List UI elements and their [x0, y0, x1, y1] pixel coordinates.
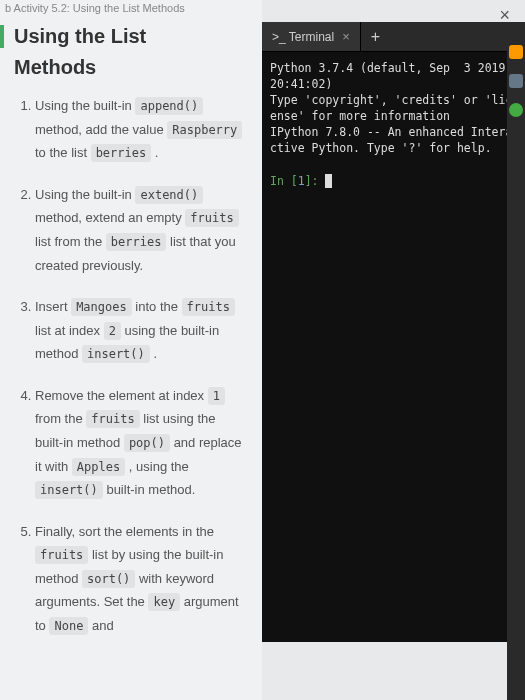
instruction-text: method, extend an empty — [35, 210, 185, 225]
instruction-step: Remove the element at index 1 from the f… — [35, 384, 247, 502]
instruction-text: , using the — [125, 459, 189, 474]
code-token: extend() — [135, 186, 203, 204]
tab-label: >_ Terminal — [272, 30, 334, 44]
instruction-text: Remove the element at index — [35, 388, 208, 403]
instruction-step: Finally, sort the elements in the fruits… — [35, 520, 247, 638]
instruction-text: Finally, sort the elements in the — [35, 524, 214, 539]
terminal-line — [270, 157, 517, 173]
instruction-text: . — [151, 145, 158, 160]
prompt-number: 1 — [298, 174, 305, 188]
code-token: None — [49, 617, 88, 635]
page-title-line1: Using the List — [0, 25, 247, 48]
tab-add-button[interactable]: + — [361, 28, 390, 46]
code-token: fruits — [86, 410, 139, 428]
instruction-text: method, add the value — [35, 122, 167, 137]
instructions-list: Using the built-in append() method, add … — [15, 94, 247, 637]
tab-bar: >_ Terminal × + — [262, 22, 525, 52]
code-token: fruits — [35, 546, 88, 564]
instruction-step: Using the built-in append() method, add … — [35, 94, 247, 165]
code-token: Raspberry — [167, 121, 242, 139]
instruction-text: Using the built-in — [35, 98, 135, 113]
code-token: 2 — [104, 322, 121, 340]
instruction-text: . — [150, 346, 157, 361]
instruction-text: into the — [132, 299, 182, 314]
code-token: fruits — [182, 298, 235, 316]
code-token: fruits — [185, 209, 238, 227]
instruction-step: Using the built-in extend() method, exte… — [35, 183, 247, 277]
code-token: append() — [135, 97, 203, 115]
code-token: insert() — [82, 345, 150, 363]
terminal-body[interactable]: Python 3.7.4 (default, Sep 3 2019, 20:41… — [262, 52, 525, 642]
instruction-text: from the — [35, 411, 86, 426]
terminal-line: Type 'copyright', 'credits' or 'license'… — [270, 92, 517, 124]
instruction-text: Using the built-in — [35, 187, 135, 202]
instruction-text: built-in method. — [103, 482, 196, 497]
instruction-text: list from the — [35, 234, 106, 249]
chrome-icon[interactable] — [509, 103, 523, 117]
tab-terminal[interactable]: >_ Terminal × — [262, 22, 361, 51]
right-sidebar — [507, 30, 525, 700]
terminal-line: IPython 7.8.0 -- An enhanced Interactive… — [270, 124, 517, 156]
instruction-step: Insert Mangoes into the fruits list at i… — [35, 295, 247, 366]
terminal-panel: >_ Terminal × + Python 3.7.4 (default, S… — [262, 22, 525, 642]
code-token: key — [148, 593, 180, 611]
code-token: 1 — [208, 387, 225, 405]
code-token: sort() — [82, 570, 135, 588]
instructions-panel: Using the List Methods Using the built-i… — [0, 0, 262, 700]
code-token: Mangoes — [71, 298, 132, 316]
badge-icon[interactable] — [509, 74, 523, 88]
page-title-line2: Methods — [0, 56, 247, 79]
prompt-close-bracket: ]: — [305, 174, 326, 188]
code-token: Apples — [72, 458, 125, 476]
instruction-text: list at index — [35, 323, 104, 338]
code-token: berries — [91, 144, 152, 162]
terminal-line: Python 3.7.4 (default, Sep 3 2019, 20:41… — [270, 60, 517, 92]
code-token: pop() — [124, 434, 170, 452]
cursor-icon — [325, 174, 332, 188]
instruction-text: and — [88, 618, 113, 633]
instruction-text: to the list — [35, 145, 91, 160]
prompt-in-label: In [ — [270, 174, 298, 188]
rss-icon[interactable] — [509, 45, 523, 59]
instruction-text: Insert — [35, 299, 71, 314]
code-token: insert() — [35, 481, 103, 499]
code-token: berries — [106, 233, 167, 251]
tab-close-icon[interactable]: × — [342, 29, 350, 44]
breadcrumb: b Activity 5.2: Using the List Methods — [5, 2, 185, 14]
terminal-prompt-line[interactable]: In [1]: — [270, 173, 517, 189]
